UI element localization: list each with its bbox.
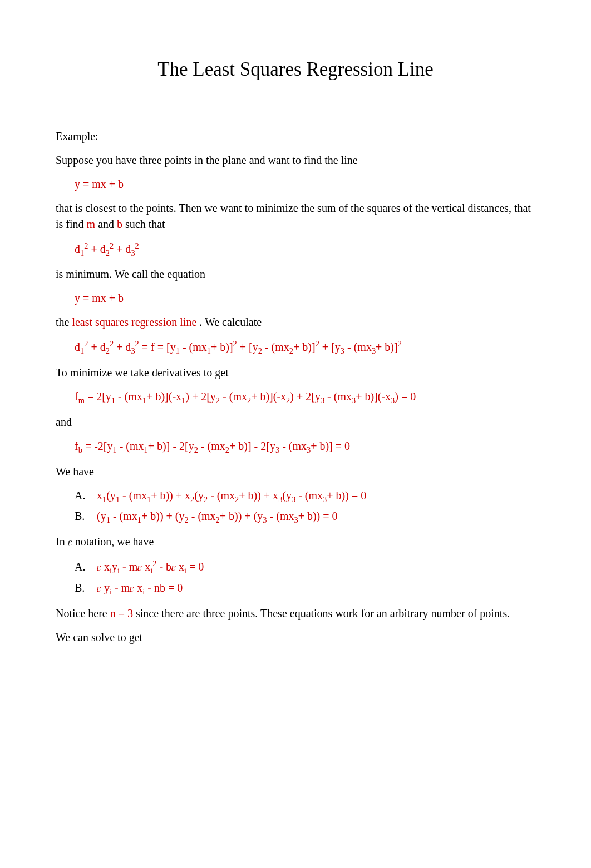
list-item: A. x1(y1 - (mx1+ b)) + x2(y2 - (mx2+ b))… <box>75 488 535 505</box>
example-heading: Example: <box>56 128 535 145</box>
list-item: A. 𝜀 xiyi - m𝜀 xi2 - b𝜀 xi = 0 <box>75 558 535 577</box>
sigma-equations-list: A. 𝜀 xiyi - m𝜀 xi2 - b𝜀 xi = 0 B. 𝜀 yi -… <box>75 558 535 597</box>
least-squares-term: least squares regression line <box>72 316 196 328</box>
item-label: A. <box>75 559 89 575</box>
variable-b: b <box>117 218 122 230</box>
item-label: B. <box>75 580 89 596</box>
equation-expanded-b: (y1 - (mx1+ b)) + (y2 - (mx2+ b)) + (y3 … <box>97 508 338 526</box>
expanded-equations-list: A. x1(y1 - (mx1+ b)) + x2(y2 - (mx2+ b))… <box>75 488 535 527</box>
sigma-symbol: 𝜀 <box>68 535 72 548</box>
is-minimum-line: is minimum. We call the equation <box>56 266 535 282</box>
equation-line-1: y = mx + b <box>75 176 535 192</box>
text: Notice here <box>56 607 110 619</box>
text: . We calculate <box>196 316 262 328</box>
text: and <box>95 218 117 230</box>
closest-paragraph: that is closest to the points. Then we w… <box>56 200 535 232</box>
text: such that <box>122 218 165 230</box>
item-label: A. <box>75 488 89 504</box>
equation-sumsquares: d12 + d22 + d32 <box>75 240 535 259</box>
n-equals-3: n = 3 <box>110 607 133 619</box>
equation-sigma-b: 𝜀 yi - m𝜀 xi - nb = 0 <box>97 580 183 598</box>
list-item: B. 𝜀 yi - m𝜀 xi - nb = 0 <box>75 580 535 598</box>
equation-fm: fm = 2[y1 - (mx1+ b)](-x1) + 2[y2 - (mx2… <box>75 389 535 406</box>
text: notation, we have <box>72 535 154 548</box>
equation-fb: fb = -2[y1 - (mx1+ b)] - 2[y2 - (mx2+ b)… <box>75 438 535 456</box>
intro-line: Suppose you have three points in the pla… <box>56 152 535 168</box>
equation-f-definition: d12 + d22 + d32 = f = [y1 - (mx1+ b)]2 +… <box>75 338 535 357</box>
sigma-notation-line: In 𝜀 notation, we have <box>56 534 535 550</box>
equation-sigma-a: 𝜀 xiyi - m𝜀 xi2 - b𝜀 xi = 0 <box>97 558 204 577</box>
text: the <box>56 316 72 328</box>
text: In <box>56 535 68 548</box>
least-squares-term-line: the least squares regression line . We c… <box>56 314 535 330</box>
equation-line-2: y = mx + b <box>75 290 535 306</box>
solve-line: We can solve to get <box>56 629 535 646</box>
and-line: and <box>56 414 535 430</box>
notice-paragraph: Notice here n = 3 since there are three … <box>56 606 535 622</box>
item-label: B. <box>75 508 89 524</box>
page-title: The Least Squares Regression Line <box>56 56 535 84</box>
to-minimize-line: To minimize we take derivatives to get <box>56 365 535 381</box>
equation-expanded-a: x1(y1 - (mx1+ b)) + x2(y2 - (mx2+ b)) + … <box>97 488 366 505</box>
variable-m: m <box>87 218 96 230</box>
we-have-line: We have <box>56 464 535 480</box>
list-item: B. (y1 - (mx1+ b)) + (y2 - (mx2+ b)) + (… <box>75 508 535 526</box>
text: since there are three points. These equa… <box>133 607 510 619</box>
